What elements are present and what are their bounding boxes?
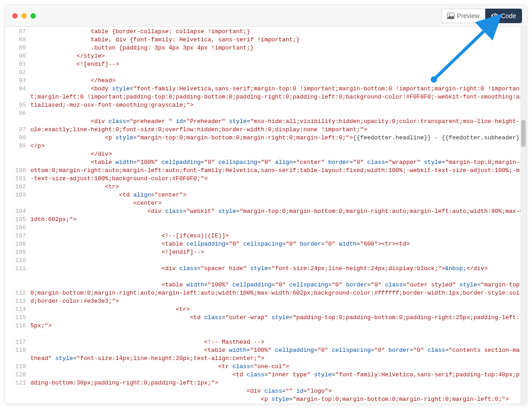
line-number: [5, 199, 30, 207]
line-number: [5, 355, 30, 363]
line-number: 96: [5, 109, 30, 118]
code-label: Code: [501, 12, 516, 20]
line-number: 110: [5, 256, 30, 265]
line-number: [5, 93, 30, 101]
maximize-icon[interactable]: [30, 13, 36, 19]
code-line: <!--[if(mso)|(IE)]>: [30, 232, 527, 240]
line-number-gutter: 8788899091929394959697989910010110210310…: [5, 27, 30, 404]
image-icon: [447, 13, 454, 19]
scroll-thumb[interactable]: [521, 120, 526, 147]
line-number: 100: [5, 167, 30, 175]
line-number: 120: [5, 371, 30, 379]
line-number: 119: [5, 363, 30, 371]
code-line: [30, 224, 527, 232]
code-content[interactable]: table {border-collapse: collapse !import…: [30, 27, 527, 404]
minimize-icon[interactable]: [21, 13, 27, 19]
line-number: 111: [5, 265, 30, 273]
code-line: <![endif]-->: [30, 60, 527, 69]
line-number: 97: [5, 126, 30, 134]
line-number: 112: [5, 289, 30, 297]
line-number: 94: [5, 85, 30, 93]
line-number: 105: [5, 216, 30, 224]
line-number: 104: [5, 207, 30, 216]
code-line: </style>: [30, 52, 527, 60]
line-number: 116: [5, 322, 30, 330]
line-number: 92: [5, 69, 30, 77]
code-line: <center>: [30, 199, 527, 207]
code-line: <table width="100%" cellpadding="0" cell…: [30, 281, 527, 306]
line-number: 115: [5, 314, 30, 322]
line-number: [5, 118, 30, 126]
line-number: 91: [5, 60, 30, 69]
code-line: <div class="spacer hide" style="font-siz…: [30, 265, 527, 273]
line-number: [5, 281, 30, 289]
line-number: 87: [5, 28, 30, 36]
line-number: 118: [5, 346, 30, 355]
line-number: 108: [5, 240, 30, 248]
code-line: [30, 256, 527, 265]
code-line: <tr class="one-col">: [30, 363, 527, 371]
line-number: 103: [5, 191, 30, 199]
line-number: 121: [5, 379, 30, 387]
line-number: [5, 158, 30, 167]
line-number: 109: [5, 248, 30, 256]
code-line: <table width="100%" cellpadding="0" cell…: [30, 346, 527, 363]
code-editor[interactable]: 8788899091929394959697989910010110210310…: [5, 27, 527, 404]
line-number: 88: [5, 36, 30, 44]
code-line: <div class="preheader " id="Preheader" s…: [30, 118, 527, 134]
preview-tab[interactable]: Preview: [441, 9, 485, 23]
svg-point-1: [448, 14, 450, 15]
preview-label: Preview: [457, 12, 480, 20]
line-number: [5, 330, 30, 338]
code-line: </head>: [30, 77, 527, 85]
line-number: 93: [5, 77, 30, 85]
code-line: <div class="" id="logo">: [30, 387, 527, 395]
line-number: 95: [5, 101, 30, 109]
code-line: [30, 330, 527, 338]
code-line: <div class="webkit" style="margin-top:0;…: [30, 207, 527, 224]
line-number: 98: [5, 134, 30, 142]
titlebar: Preview Code: [5, 5, 527, 27]
line-number: [5, 273, 30, 281]
vertical-scrollbar[interactable]: [520, 27, 527, 404]
code-line: <td class="outer-wrap" style="padding-to…: [30, 314, 527, 330]
line-number: 117: [5, 338, 30, 346]
line-number: 107: [5, 232, 30, 240]
code-line: <![endif]-->: [30, 248, 527, 256]
code-line: table {border-collapse: collapse !import…: [30, 28, 527, 36]
code-line: <!-- Masthead -->: [30, 338, 527, 346]
code-line: [30, 69, 527, 77]
code-line: <p style="margin-top:0;margin-bottom:0;m…: [30, 134, 527, 150]
code-line: <p style="margin-top:0;margin-bottom:0;m…: [30, 395, 527, 404]
line-number: 114: [5, 306, 30, 314]
line-number: 90: [5, 52, 30, 60]
line-number: 101: [5, 175, 30, 183]
code-line: <td class="inner type" style="font-famil…: [30, 371, 527, 387]
code-icon: [491, 13, 498, 19]
code-line: table, div {font-family: Helvetica, sans…: [30, 36, 527, 44]
code-line: <td align="center">: [30, 191, 527, 199]
close-icon[interactable]: [12, 13, 18, 19]
code-line: </div>: [30, 150, 527, 158]
line-number: 106: [5, 224, 30, 232]
code-line: <body style="font-family:Helvetica,sans-…: [30, 85, 527, 109]
code-tab[interactable]: Code: [485, 9, 522, 23]
line-number: 102: [5, 183, 30, 191]
code-line: .button {padding: 3px 4px 3px 4px !impor…: [30, 44, 527, 52]
code-line: <tr>: [30, 183, 527, 191]
code-line: <table cellpadding="0" cellspacing="0" b…: [30, 240, 527, 248]
line-number: [5, 150, 30, 158]
line-number: 113: [5, 297, 30, 306]
line-number: 99: [5, 142, 30, 150]
code-line: <tr>: [30, 306, 527, 314]
window-controls: [12, 13, 36, 19]
editor-window: Preview Code 878889909192939495969798991…: [5, 5, 527, 404]
code-line: [30, 273, 527, 281]
code-line: <table width="100%" cellpadding="0" cell…: [30, 158, 527, 183]
code-line: [30, 109, 527, 118]
line-number: 89: [5, 44, 30, 52]
